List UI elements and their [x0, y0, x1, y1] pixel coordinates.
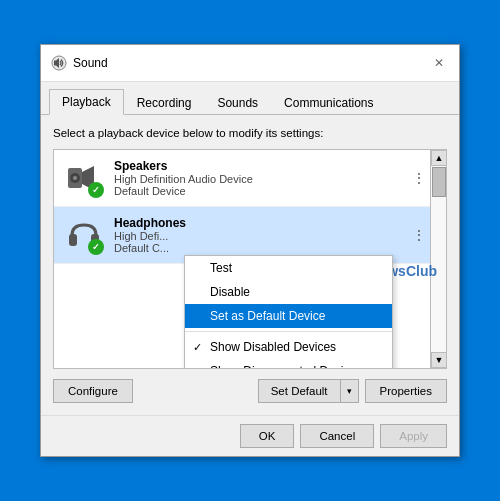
speakers-menu-dots[interactable]: ⋮ — [412, 170, 426, 186]
speakers-status-icon — [88, 182, 104, 198]
bottom-buttons: Configure Set Default ▾ Properties — [53, 379, 447, 403]
context-menu-show-disabled[interactable]: Show Disabled Devices — [185, 335, 392, 359]
context-menu-set-default[interactable]: Set as Default Device — [185, 304, 392, 328]
scrollbar[interactable]: ▲ ▼ — [430, 150, 446, 368]
speakers-name: Speakers — [114, 159, 436, 173]
tab-sounds[interactable]: Sounds — [204, 89, 271, 115]
ok-button[interactable]: OK — [240, 424, 295, 448]
svg-point-3 — [73, 176, 77, 180]
tab-playback[interactable]: Playback — [49, 89, 124, 115]
apply-button[interactable]: Apply — [380, 424, 447, 448]
configure-button[interactable]: Configure — [53, 379, 133, 403]
speakers-info: Speakers High Definition Audio Device De… — [114, 159, 436, 197]
set-default-dropdown[interactable]: ▾ — [340, 379, 359, 403]
context-menu-show-disconnected[interactable]: Show Disconnected Devices — [185, 359, 392, 369]
sound-dialog: Sound ✕ Playback Recording Sounds Commun… — [40, 44, 460, 457]
tab-recording[interactable]: Recording — [124, 89, 205, 115]
scroll-up-button[interactable]: ▲ — [431, 150, 447, 166]
sound-icon — [51, 55, 67, 71]
scroll-down-button[interactable]: ▼ — [431, 352, 447, 368]
device-list-wrapper: Speakers High Definition Audio Device De… — [53, 149, 447, 369]
svg-rect-4 — [69, 234, 77, 246]
headphones-name: Headphones — [114, 216, 436, 230]
headphones-icon — [64, 215, 104, 255]
window-title: Sound — [73, 56, 429, 70]
set-default-button[interactable]: Set Default — [258, 379, 340, 403]
context-menu: Test Disable Set as Default Device Show … — [184, 255, 393, 369]
speakers-icon — [64, 158, 104, 198]
content-area: Select a playback device below to modify… — [41, 115, 459, 415]
headphones-info: Headphones High Defi... Default C... — [114, 216, 436, 254]
tab-communications[interactable]: Communications — [271, 89, 386, 115]
headphones-detail1: High Defi... — [114, 230, 436, 242]
headphones-menu-dots[interactable]: ⋮ — [412, 227, 426, 243]
scroll-track — [431, 166, 446, 352]
context-menu-test[interactable]: Test — [185, 256, 392, 280]
properties-button[interactable]: Properties — [365, 379, 447, 403]
set-default-group: Set Default ▾ — [258, 379, 359, 403]
dialog-buttons: OK Cancel Apply — [41, 415, 459, 456]
context-menu-disable[interactable]: Disable — [185, 280, 392, 304]
headphones-detail2: Default C... — [114, 242, 436, 254]
cancel-button[interactable]: Cancel — [300, 424, 374, 448]
title-bar: Sound ✕ — [41, 45, 459, 82]
device-item-speakers[interactable]: Speakers High Definition Audio Device De… — [54, 150, 446, 207]
scroll-thumb[interactable] — [432, 167, 446, 197]
close-button[interactable]: ✕ — [429, 53, 449, 73]
device-list[interactable]: Speakers High Definition Audio Device De… — [53, 149, 447, 369]
headphones-status-icon — [88, 239, 104, 255]
description-text: Select a playback device below to modify… — [53, 127, 447, 139]
speakers-detail1: High Definition Audio Device — [114, 173, 436, 185]
context-menu-separator1 — [185, 331, 392, 332]
tab-bar: Playback Recording Sounds Communications — [41, 82, 459, 115]
speakers-detail2: Default Device — [114, 185, 436, 197]
